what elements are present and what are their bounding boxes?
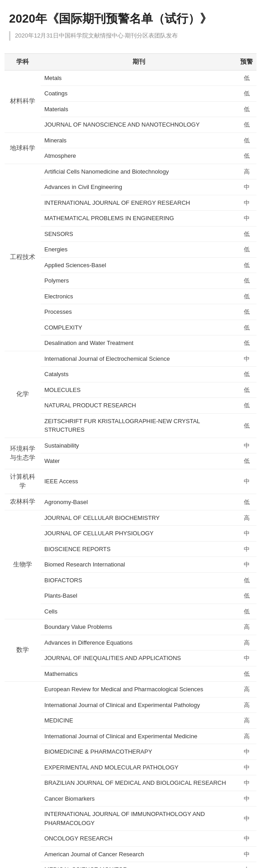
table-row: Advances in Difference Equations高 (5, 635, 256, 651)
cell-journal: European Review for Medical and Pharmaco… (41, 682, 237, 698)
cell-warning: 高 (237, 635, 256, 651)
cell-warning: 低 (237, 226, 256, 242)
cell-journal: American Journal of Cancer Research (41, 846, 237, 862)
cell-warning: 低 (237, 117, 256, 133)
table-row: BRAZILIAN JOURNAL OF MEDICAL AND BIOLOGI… (5, 775, 256, 791)
cell-journal: JOURNAL OF NANOSCIENCE AND NANOTECHNOLOG… (41, 117, 237, 133)
table-row: BIOSCIENCE REPORTS中 (5, 541, 256, 557)
table-row: ZEITSCHRIFT FUR KRISTALLOGRAPHIE-NEW CRY… (5, 413, 256, 438)
table-row: Mathematics低 (5, 666, 256, 682)
cell-warning: 高 (237, 510, 256, 526)
cell-warning: 中 (237, 526, 256, 542)
table-row: Coatings低 (5, 86, 256, 102)
cell-warning: 中 (237, 211, 256, 226)
table-row: 材料科学Metals低 (5, 70, 256, 86)
cell-warning: 低 (237, 132, 256, 148)
cell-warning: 低 (237, 320, 256, 335)
cell-journal: BIOSCIENCE REPORTS (41, 541, 237, 557)
cell-journal: JOURNAL OF CELLULAR BIOCHEMISTRY (41, 510, 237, 526)
table-row: Applied Sciences-Basel低 (5, 257, 256, 273)
cell-journal: Water (41, 453, 237, 469)
cell-warning: 低 (237, 382, 256, 398)
table-row: MEDICINE高 (5, 713, 256, 729)
cell-subject: 数学 (5, 619, 41, 682)
cell-journal: MEDICINE (41, 713, 237, 729)
cell-warning: 低 (237, 257, 256, 273)
page-subtitle: 2020年12月31日中国科学院文献情报中心·期刊分区表团队发布 (9, 31, 252, 41)
cell-subject: 生物学 (5, 510, 41, 619)
cell-journal: BIOFACTORS (41, 572, 237, 588)
cell-warning: 中 (237, 831, 256, 847)
cell-journal: Minerals (41, 132, 237, 148)
cell-subject: 医学 (5, 682, 41, 868)
cell-journal: BRAZILIAN JOURNAL OF MEDICAL AND BIOLOGI… (41, 775, 237, 791)
table-row: 数学Boundary Value Problems高 (5, 619, 256, 635)
cell-warning: 低 (237, 666, 256, 682)
cell-journal: SENSORS (41, 226, 237, 242)
table-row: Atmosphere低 (5, 148, 256, 164)
table-row: ONCOLOGY RESEARCH中 (5, 831, 256, 847)
table-row: JOURNAL OF INEQUALITIES AND APPLICATIONS… (5, 651, 256, 666)
col-header-warning: 预警 (237, 53, 256, 70)
table-row: 工程技术Artificial Cells Nanomedicine and Bi… (5, 164, 256, 179)
cell-journal: BIOMEDICINE & PHARMACOTHERAPY (41, 744, 237, 760)
cell-journal: Mathematics (41, 666, 237, 682)
cell-warning: 中 (237, 541, 256, 557)
table-row: INTERNATIONAL JOURNAL OF ENERGY RESEARCH… (5, 195, 256, 211)
cell-warning: 低 (237, 86, 256, 102)
cell-warning: 中 (237, 195, 256, 211)
cell-journal: Cancer Biomarkers (41, 791, 237, 807)
cell-warning: 高 (237, 164, 256, 179)
cell-warning: 低 (237, 148, 256, 164)
table-row: JOURNAL OF CELLULAR PHYSIOLOGY中 (5, 526, 256, 542)
cell-journal: Plants-Basel (41, 588, 237, 604)
cell-journal: Applied Sciences-Basel (41, 257, 237, 273)
cell-journal: ZEITSCHRIFT FUR KRISTALLOGRAPHIE-NEW CRY… (41, 413, 237, 438)
page-title: 2020年《国际期刊预警名单（试行）》 (9, 11, 252, 27)
cell-warning: 低 (237, 413, 256, 438)
cell-warning: 高 (237, 619, 256, 635)
cell-warning: 高 (237, 697, 256, 713)
cell-warning: 低 (237, 494, 256, 510)
table-row: Cancer Biomarkers中 (5, 791, 256, 807)
table-row: Desalination and Water Treatment低 (5, 335, 256, 351)
cell-subject: 地球科学 (5, 132, 41, 164)
table-row: 生物学JOURNAL OF CELLULAR BIOCHEMISTRY高 (5, 510, 256, 526)
cell-warning: 低 (237, 604, 256, 619)
cell-journal: Energies (41, 242, 237, 258)
table-row: Energies低 (5, 242, 256, 258)
col-header-journal: 期刊 (41, 53, 237, 70)
cell-journal: ONCOLOGY RESEARCH (41, 831, 237, 847)
cell-warning: 中 (237, 557, 256, 573)
table-row: COMPLEXITY低 (5, 320, 256, 335)
table-row: American Journal of Cancer Research中 (5, 846, 256, 862)
cell-warning: 低 (237, 367, 256, 382)
table-row: Cells低 (5, 604, 256, 619)
cell-warning: 低 (237, 335, 256, 351)
cell-subject: 化学 (5, 351, 41, 438)
table-row: Advances in Civil Engineering中 (5, 179, 256, 195)
cell-warning: 低 (237, 273, 256, 289)
cell-warning: 中 (237, 744, 256, 760)
cell-journal: NATURAL PRODUCT RESEARCH (41, 398, 237, 414)
cell-journal: Materials (41, 101, 237, 117)
table-row: MATHEMATICAL PROBLEMS IN ENGINEERING中 (5, 211, 256, 226)
cell-warning: 低 (237, 70, 256, 86)
cell-warning: 中 (237, 775, 256, 791)
cell-journal: International Journal of Clinical and Ex… (41, 697, 237, 713)
cell-journal: International Journal of Clinical and Ex… (41, 728, 237, 744)
table-row: International Journal of Clinical and Ex… (5, 697, 256, 713)
table-row: International Journal of Clinical and Ex… (5, 728, 256, 744)
cell-warning: 中 (237, 760, 256, 775)
table-row: 医学European Review for Medical and Pharma… (5, 682, 256, 698)
table-row: BIOFACTORS低 (5, 572, 256, 588)
table-row: SENSORS低 (5, 226, 256, 242)
cell-journal: Processes (41, 304, 237, 320)
cell-journal: Electronics (41, 288, 237, 304)
cell-warning: 低 (237, 288, 256, 304)
cell-warning: 高 (237, 728, 256, 744)
cell-warning: 中 (237, 651, 256, 666)
page-header: 2020年《国际期刊预警名单（试行）》 2020年12月31日中国科学院文献情报… (0, 0, 261, 53)
cell-warning: 低 (237, 242, 256, 258)
table-row: Materials低 (5, 101, 256, 117)
